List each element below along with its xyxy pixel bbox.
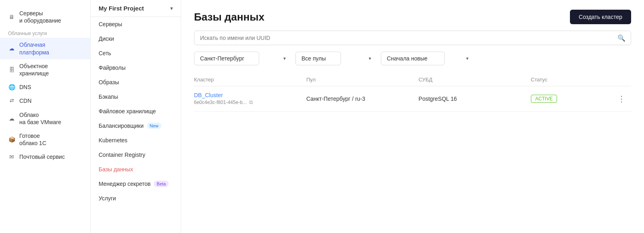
subnav-item-servers[interactable]: Серверы: [91, 17, 181, 31]
sort-filter-wrapper: Сначала новые Сначала старые По имени ▾: [381, 52, 473, 65]
subnav-item-databases-label: Базы данных: [99, 166, 133, 173]
vmware-icon: ☁: [8, 115, 15, 122]
uuid-text: 6e0c4e3c-f801-445e-b...: [194, 100, 247, 105]
sidebar-item-vmware[interactable]: ☁ Облако на базе VMware: [0, 108, 90, 129]
table-header: Кластер Пул СУБД Статус: [194, 73, 631, 86]
actions-cell: ⋮: [615, 93, 631, 104]
sidebar-item-cloud-platform[interactable]: ☁ Облачная платформа: [0, 38, 90, 59]
sort-chevron-icon: ▾: [466, 56, 469, 61]
subnav-item-balancers[interactable]: Балансировщики New: [91, 119, 181, 133]
sidebar-item-cloud-platform-label: Облачная платформа: [19, 41, 49, 56]
col-actions: [615, 77, 631, 83]
create-cluster-button[interactable]: Создать кластер: [570, 10, 631, 24]
dns-icon: 🌐: [8, 83, 15, 91]
more-options-button[interactable]: ⋮: [615, 93, 628, 104]
dbms-value: PostgreSQL 16: [419, 96, 457, 102]
sort-filter[interactable]: Сначала новые Сначала старые По имени: [381, 52, 445, 65]
chevron-down-icon: ▾: [170, 6, 173, 11]
pool-cell: Санкт-Петербург / ru-3: [306, 96, 419, 102]
subnav-item-balancers-label: Балансировщики: [99, 123, 144, 129]
main-header: Базы данных Создать кластер: [181, 0, 644, 31]
sidebar-item-servers-label: Серверы и оборудование: [19, 10, 61, 24]
col-pool: Пул: [306, 77, 419, 83]
subnav-item-disks-label: Диски: [99, 35, 114, 42]
sidebar-item-dns[interactable]: 🌐 DNS: [0, 80, 90, 94]
status-badge: ACTIVE: [531, 95, 557, 103]
1c-icon: 📦: [8, 136, 15, 143]
subnav-item-kubernetes-label: Kubernetes: [99, 137, 128, 144]
subnav-item-firewalls-label: Файрволы: [99, 64, 126, 71]
sidebar-item-mail[interactable]: ✉ Почтовый сервис: [0, 150, 90, 164]
col-status: Статус: [531, 77, 615, 83]
pool-filter[interactable]: Все пулы ru-1 ru-2 ru-3: [295, 52, 341, 65]
search-input[interactable]: [194, 31, 631, 45]
pool-value: Санкт-Петербург / ru-3: [306, 96, 365, 102]
sidebar-item-servers[interactable]: 🖥 Серверы и оборудование: [0, 6, 90, 27]
subnav: My First Project ▾ Серверы Диски Сеть Фа…: [91, 0, 181, 233]
cloud-platform-icon: ☁: [8, 45, 15, 52]
col-cluster: Кластер: [194, 77, 306, 83]
search-icon: 🔍: [617, 34, 625, 42]
subnav-item-file-storage[interactable]: Файловое хранилище: [91, 104, 181, 119]
subnav-item-network[interactable]: Сеть: [91, 46, 181, 60]
sidebar-item-object-storage-label: Объектное хранилище: [19, 62, 49, 77]
pool-chevron-icon: ▾: [369, 56, 371, 61]
filters: Санкт-Петербург Москва Амстердам ▾ Все п…: [194, 52, 631, 65]
left-sidebar: 🖥 Серверы и оборудование Облачные услуги…: [0, 0, 91, 233]
region-filter-wrapper: Санкт-Петербург Москва Амстердам ▾: [194, 52, 291, 65]
subnav-item-backups[interactable]: Бэкапы: [91, 89, 181, 104]
object-storage-icon: 🗄: [8, 66, 15, 73]
pool-filter-wrapper: Все пулы ru-1 ru-2 ru-3 ▾: [295, 52, 376, 65]
subnav-item-servers-label: Серверы: [99, 21, 122, 27]
mail-icon: ✉: [8, 153, 15, 160]
sidebar-item-dns-label: DNS: [19, 83, 31, 91]
table-row: DB_Cluster 6e0c4e3c-f801-445e-b... ⧉ Сан…: [194, 86, 631, 112]
cluster-cell: DB_Cluster 6e0c4e3c-f801-445e-b... ⧉: [194, 92, 306, 106]
subnav-item-network-label: Сеть: [99, 50, 111, 56]
main-content: Базы данных Создать кластер 🔍 Санкт-Пете…: [181, 0, 644, 233]
subnav-item-firewalls[interactable]: Файрволы: [91, 60, 181, 75]
cluster-uuid: 6e0c4e3c-f801-445e-b... ⧉: [194, 99, 306, 106]
status-cell: ACTIVE: [531, 95, 615, 103]
cdn-icon: ⇄: [8, 98, 15, 104]
subnav-item-disks[interactable]: Диски: [91, 31, 181, 46]
page-title: Базы данных: [194, 11, 264, 23]
project-name: My First Project: [99, 5, 144, 12]
sidebar-item-vmware-label: Облако на базе VMware: [19, 111, 61, 126]
cloud-services-label: Облачные услуги: [0, 27, 90, 38]
sidebar-item-1c-label: Готовое облако 1С: [19, 132, 46, 147]
search-bar: 🔍: [194, 31, 631, 45]
sidebar-item-cdn[interactable]: ⇄ CDN: [0, 94, 90, 108]
subnav-item-secrets-label: Менеджер секретов: [99, 181, 151, 187]
region-filter[interactable]: Санкт-Петербург Москва Амстердам: [194, 52, 259, 65]
sidebar-item-1c[interactable]: 📦 Готовое облако 1С: [0, 129, 90, 150]
dbms-cell: PostgreSQL 16: [419, 96, 531, 102]
balancers-new-badge: New: [147, 123, 161, 129]
server-icon: 🖥: [8, 13, 15, 21]
project-selector[interactable]: My First Project ▾: [91, 0, 181, 17]
subnav-item-databases[interactable]: Базы данных: [91, 162, 181, 177]
subnav-item-images[interactable]: Образы: [91, 75, 181, 89]
sidebar-item-mail-label: Почтовый сервис: [19, 153, 65, 160]
copy-icon[interactable]: ⧉: [249, 99, 253, 106]
subnav-item-images-label: Образы: [99, 79, 119, 85]
secrets-beta-badge: Beta: [154, 181, 169, 187]
subnav-item-kubernetes[interactable]: Kubernetes: [91, 133, 181, 148]
cluster-name-link[interactable]: DB_Cluster: [194, 92, 306, 98]
subnav-item-backups-label: Бэкапы: [99, 94, 118, 100]
subnav-item-file-storage-label: Файловое хранилище: [99, 108, 156, 114]
sidebar-item-object-storage[interactable]: 🗄 Объектное хранилище: [0, 59, 90, 80]
main-body: 🔍 Санкт-Петербург Москва Амстердам ▾ Все…: [181, 31, 644, 233]
sidebar-item-cdn-label: CDN: [19, 97, 31, 104]
col-dbms: СУБД: [419, 77, 531, 83]
subnav-item-services[interactable]: Услуги: [91, 191, 181, 206]
subnav-item-container-registry[interactable]: Container Registry: [91, 148, 181, 162]
region-chevron-icon: ▾: [283, 56, 286, 61]
subnav-item-container-registry-label: Container Registry: [99, 152, 145, 158]
subnav-item-secrets[interactable]: Менеджер секретов Beta: [91, 177, 181, 191]
subnav-item-services-label: Услуги: [99, 195, 116, 202]
